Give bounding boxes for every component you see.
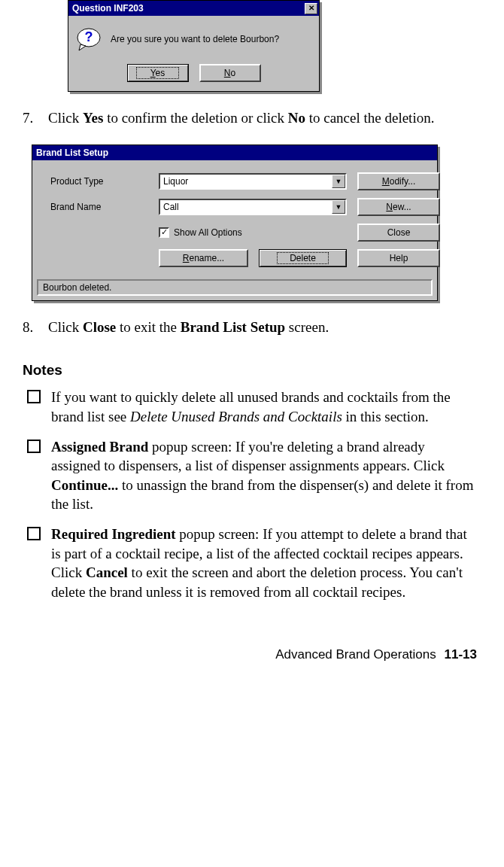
modify-button[interactable]: Modify...	[357, 172, 440, 190]
dialog-titlebar: Question INF203 ✕	[68, 1, 319, 16]
checkbox-label: Show All Options	[174, 227, 242, 238]
step-8: 8. Click Close to exit the Brand List Se…	[23, 318, 481, 337]
bullet-box-icon	[27, 440, 41, 453]
step-text: Click Yes to confirm the deletion or cli…	[48, 108, 481, 128]
brand-name-label: Brand Name	[43, 202, 148, 212]
note-item: Required Ingredient popup screen: If you…	[23, 525, 481, 602]
dialog-message: Are you sure you want to delete Bourbon?	[111, 34, 279, 44]
dialog-title: Brand List Setup	[36, 148, 436, 158]
step-7: 7. Click Yes to confirm the deletion or …	[23, 108, 481, 128]
show-all-options-checkbox[interactable]: ✓ Show All Options	[159, 227, 347, 238]
footer-section: Advanced Brand Operations	[275, 647, 436, 662]
question-icon: ?	[76, 26, 102, 52]
note-item: If you want to quickly delete all unused…	[23, 388, 481, 426]
no-button[interactable]: No	[199, 64, 261, 82]
note-text: If you want to quickly delete all unused…	[51, 388, 481, 426]
help-button[interactable]: Help	[357, 249, 440, 267]
page-footer: Advanced Brand Operations 11-13	[23, 647, 481, 662]
dialog-titlebar: Brand List Setup	[32, 145, 437, 160]
svg-text:?: ?	[85, 29, 93, 44]
delete-button[interactable]: Delete	[259, 249, 347, 267]
notes-heading: Notes	[23, 362, 481, 379]
yes-button[interactable]: Yes	[127, 64, 189, 82]
dialog-body: ? Are you sure you want to delete Bourbo…	[68, 16, 319, 91]
close-button[interactable]: Close	[357, 224, 440, 242]
brand-list-setup-dialog: Brand List Setup Product Type Liquor ▼ M…	[32, 144, 438, 301]
document-page: Question INF203 ✕ ? Are you sure you wan…	[0, 0, 504, 685]
brand-name-value: Call	[160, 200, 332, 214]
bullet-box-icon	[27, 390, 41, 403]
rename-button[interactable]: Rename...	[159, 249, 248, 267]
chevron-down-icon[interactable]: ▼	[332, 175, 345, 188]
checkbox-icon: ✓	[159, 227, 169, 238]
product-type-value: Liquor	[160, 175, 332, 188]
dialog-title: Question INF203	[72, 3, 305, 14]
question-dialog: Question INF203 ✕ ? Are you sure you wan…	[68, 0, 320, 92]
step-number: 7.	[23, 108, 48, 128]
brand-name-dropdown[interactable]: Call ▼	[159, 199, 347, 215]
product-type-label: Product Type	[43, 176, 148, 187]
note-text: Assigned Brand popup screen: If you're d…	[51, 437, 481, 515]
new-button[interactable]: New...	[357, 198, 440, 216]
note-text: Required Ingredient popup screen: If you…	[51, 525, 481, 602]
chevron-down-icon[interactable]: ▼	[332, 200, 345, 214]
status-bar: Bourbon deleted.	[37, 279, 433, 296]
step-text: Click Close to exit the Brand List Setup…	[48, 318, 481, 337]
note-item: Assigned Brand popup screen: If you're d…	[23, 437, 481, 515]
close-icon[interactable]: ✕	[305, 3, 317, 14]
bullet-box-icon	[27, 527, 41, 540]
page-number: 11-13	[445, 647, 477, 662]
step-number: 8.	[23, 318, 48, 337]
product-type-dropdown[interactable]: Liquor ▼	[159, 173, 347, 190]
